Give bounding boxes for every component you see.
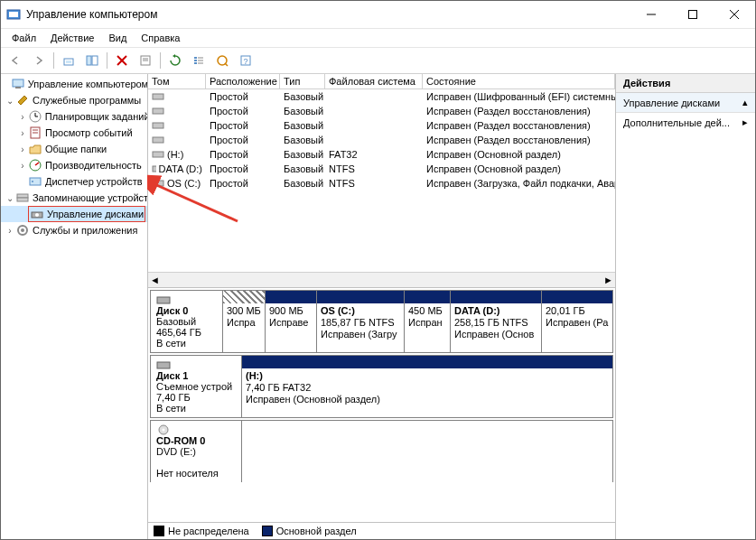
up-button[interactable]: [58, 50, 79, 71]
tree-devmgr[interactable]: Диспетчер устройств: [45, 176, 143, 187]
tree-tools[interactable]: Служебные программы: [33, 95, 141, 106]
col-status[interactable]: Состояние: [423, 74, 615, 88]
maximize-button[interactable]: [672, 1, 714, 28]
expand-icon[interactable]: ›: [17, 144, 28, 154]
actions-more[interactable]: Дополнительные дей...▸: [616, 113, 755, 132]
svg-rect-3: [689, 11, 697, 19]
computer-icon: [11, 77, 25, 91]
svg-rect-42: [153, 94, 163, 99]
col-volume[interactable]: Том: [148, 74, 206, 88]
window-title: Управление компьютером: [26, 8, 630, 21]
properties-button[interactable]: [135, 50, 156, 71]
forward-button[interactable]: [28, 50, 50, 71]
menu-view[interactable]: Вид: [103, 31, 132, 45]
detail-button[interactable]: [211, 50, 233, 71]
col-layout[interactable]: Расположение: [206, 74, 280, 88]
close-button[interactable]: [714, 1, 755, 28]
svg-rect-16: [194, 60, 197, 61]
disk-label[interactable]: Диск 0 Базовый 465,64 ГБ В сети: [151, 291, 223, 352]
list-button[interactable]: [188, 50, 210, 71]
devmgr-icon: [28, 174, 42, 189]
horizontal-scrollbar[interactable]: ◄►: [148, 272, 615, 287]
expand-icon[interactable]: ›: [17, 112, 28, 122]
menu-file[interactable]: Файл: [6, 31, 42, 45]
tree-perf[interactable]: Производительность: [45, 160, 142, 171]
svg-rect-34: [30, 178, 41, 185]
menu-action[interactable]: Действие: [45, 31, 99, 45]
svg-rect-45: [153, 137, 163, 143]
svg-text:?: ?: [243, 57, 247, 66]
titlebar: Управление компьютером: [1, 1, 755, 29]
tree-shared[interactable]: Общие папки: [45, 144, 107, 154]
volume-icon: [152, 150, 164, 159]
actions-context[interactable]: Управление дисками▴: [616, 93, 755, 113]
svg-point-35: [32, 181, 33, 182]
volume-list[interactable]: Том Расположение Тип Файловая система Со…: [148, 74, 615, 288]
partition[interactable]: 900 МБИсправе: [266, 291, 317, 352]
disk-row[interactable]: Диск 0 Базовый 465,64 ГБ В сети 300 МБИс…: [150, 290, 613, 353]
svg-rect-7: [66, 61, 71, 63]
nav-tree[interactable]: Управление компьютером (л ⌄Служебные про…: [1, 74, 148, 539]
svg-rect-17: [194, 62, 197, 64]
svg-line-22: [225, 63, 228, 66]
menu-help[interactable]: Справка: [135, 31, 185, 45]
table-row[interactable]: OS (C:)ПростойБазовыйNTFSИсправен (Загру…: [148, 176, 615, 191]
table-row[interactable]: ПростойБазовыйИсправен (Шифрованный (EFI…: [148, 89, 615, 104]
svg-point-39: [35, 213, 39, 217]
partition[interactable]: OS (C:)185,87 ГБ NTFSИсправен (Загру: [317, 291, 405, 352]
collapse-icon[interactable]: ⌄: [5, 96, 15, 106]
expand-icon[interactable]: ›: [17, 128, 28, 138]
cdrom-icon: [156, 424, 236, 435]
svg-point-52: [163, 429, 165, 432]
svg-rect-49: [157, 297, 170, 303]
tree-diskmgmt[interactable]: Управление дисками: [1, 206, 147, 222]
volume-icon: [152, 164, 156, 173]
svg-point-41: [21, 228, 24, 232]
tree-events[interactable]: Просмотр событий: [45, 127, 133, 138]
svg-rect-44: [153, 123, 163, 128]
help-button[interactable]: ?: [235, 50, 257, 71]
disk-icon: [156, 359, 236, 370]
col-fs[interactable]: Файловая система: [325, 74, 423, 88]
disk-label[interactable]: Диск 1 Съемное устрой 7,40 ГБ В сети: [151, 356, 242, 417]
show-hide-button[interactable]: [81, 50, 103, 71]
tree-root[interactable]: Управление компьютером (л: [28, 79, 147, 89]
expand-icon[interactable]: ›: [17, 161, 28, 171]
svg-rect-26: [15, 87, 21, 88]
table-row[interactable]: ПростойБазовыйИсправен (Раздел восстанов…: [148, 133, 615, 147]
chevron-right-icon: ▸: [742, 116, 748, 128]
tree-scheduler[interactable]: Планировщик заданий: [45, 111, 147, 122]
partition[interactable]: 20,01 ГБИсправен (Ра: [542, 291, 612, 352]
disk-row[interactable]: Диск 1 Съемное устрой 7,40 ГБ В сети (H:…: [150, 355, 613, 418]
back-button[interactable]: [5, 50, 26, 71]
disk-label[interactable]: CD-ROM 0 DVD (E:) Нет носителя: [151, 421, 242, 482]
partition[interactable]: 450 МБИспран: [405, 291, 451, 352]
shared-icon: [28, 142, 42, 156]
legend: Не распределена Основной раздел: [148, 522, 615, 539]
table-row[interactable]: ПростойБазовыйИсправен (Раздел восстанов…: [148, 104, 615, 118]
partition[interactable]: 300 МБИспра: [223, 291, 266, 352]
table-row[interactable]: ПростойБазовыйИсправен (Раздел восстанов…: [148, 118, 615, 133]
col-type[interactable]: Тип: [280, 74, 325, 88]
disk-row[interactable]: CD-ROM 0 DVD (E:) Нет носителя: [150, 420, 613, 482]
refresh-button[interactable]: [164, 50, 186, 71]
partition[interactable]: (H:)7,40 ГБ FAT32Исправен (Основной разд…: [242, 356, 612, 417]
minimize-button[interactable]: [630, 1, 672, 28]
partition[interactable]: DATA (D:)258,15 ГБ NTFSИсправен (Основ: [451, 291, 542, 352]
swatch-unallocated: [154, 526, 164, 536]
tree-storage[interactable]: Запоминающие устройст: [33, 192, 147, 203]
services-icon: [15, 223, 30, 237]
table-row[interactable]: DATA (D:)ПростойБазовыйNTFSИсправен (Осн…: [148, 162, 615, 176]
svg-rect-9: [92, 56, 98, 65]
expand-icon[interactable]: ›: [5, 226, 15, 236]
swatch-primary: [262, 526, 273, 536]
app-icon: [6, 7, 21, 22]
table-row[interactable]: (H:)ПростойБазовыйFAT32Исправен (Основно…: [148, 147, 615, 162]
disk-map[interactable]: Диск 0 Базовый 465,64 ГБ В сети 300 МБИс…: [148, 288, 615, 522]
perf-icon: [28, 158, 42, 172]
tree-services[interactable]: Службы и приложения: [33, 225, 137, 236]
collapse-icon[interactable]: ⌄: [5, 193, 15, 203]
delete-button[interactable]: [111, 50, 133, 71]
svg-rect-15: [194, 57, 197, 59]
svg-rect-50: [157, 362, 170, 368]
